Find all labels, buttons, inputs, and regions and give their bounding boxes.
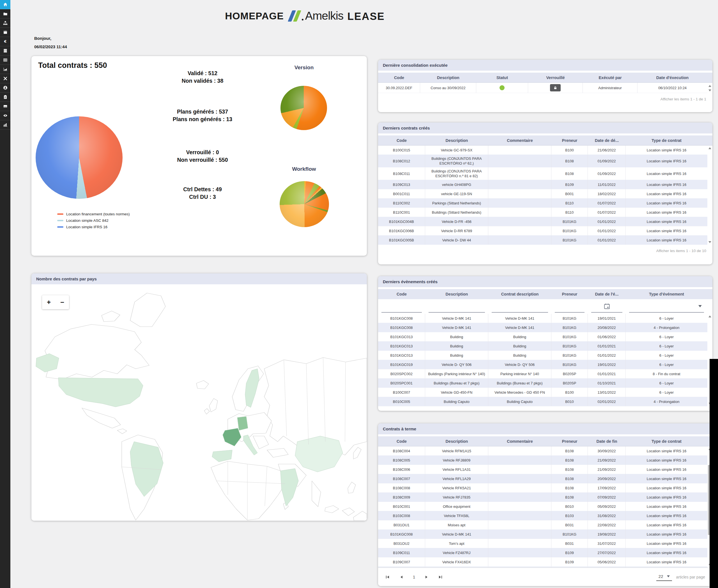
scroll-up-icon[interactable] <box>709 85 711 87</box>
sidebar-item-calendar[interactable] <box>0 28 11 37</box>
table-row[interactable]: B108C011Buildings (CONJUNTOS PARA ESCRIT… <box>378 167 707 180</box>
column-header[interactable]: Code <box>378 76 420 80</box>
world-map[interactable]: + − <box>32 285 367 521</box>
table-row[interactable]: 30.09.2022.DEFConso au 30/09/2022Adminis… <box>378 83 707 93</box>
table-row[interactable]: B101KGC013BuildingBuildingB101KG01/06/20… <box>378 332 707 341</box>
prev-page-button[interactable] <box>399 575 403 579</box>
table-row[interactable]: B101KGC013BuildingBuildingB101KG01/01/20… <box>378 341 707 351</box>
sidebar-item-users[interactable] <box>0 83 11 92</box>
table-row[interactable]: B101KGC008Vehicle D-MK 141Vehicle D-MK 1… <box>378 323 707 332</box>
sidebar-item-tasks[interactable] <box>0 92 11 102</box>
dropdown-arrow-icon[interactable] <box>698 305 702 307</box>
lock-button[interactable] <box>550 84 561 91</box>
column-header[interactable]: Date de dé... <box>588 138 626 143</box>
sidebar-item-reports[interactable] <box>0 65 11 74</box>
scroll-down-icon[interactable] <box>709 89 711 91</box>
table-row[interactable]: B020SPC002Buildings (Parking intérieur N… <box>378 369 707 379</box>
column-header[interactable]: Preneur <box>551 439 588 444</box>
column-header[interactable]: Description <box>425 138 488 143</box>
column-header[interactable]: Description <box>425 292 488 296</box>
first-page-button[interactable] <box>385 575 390 579</box>
next-page-button[interactable] <box>425 575 429 579</box>
table-row[interactable]: B020SPC001Buildings (Bureau et 7 pkgs)Bu… <box>378 379 707 388</box>
table-row[interactable]: B101KGC019Vehicle D- QY 506Vehicle D- QY… <box>378 360 707 369</box>
last-page-button[interactable] <box>438 575 443 579</box>
scroll-down-icon[interactable] <box>709 241 711 243</box>
current-page[interactable]: 1 <box>413 574 415 579</box>
column-header[interactable]: Description <box>425 439 488 444</box>
table-row[interactable]: B109C013vehicle GH408PGB10911/01/2022Loc… <box>378 180 707 189</box>
filter-code[interactable] <box>382 300 422 313</box>
column-header[interactable]: Description <box>420 76 476 80</box>
table-row[interactable]: B101KGC004BVehicle D-FR -456B101KG01/01/… <box>378 217 707 226</box>
table-row[interactable]: B100C015Vehicle GC-979-SXB10021/06/2022L… <box>378 146 707 155</box>
table-row[interactable]: B101KGC008Vehicle D-MK 141Vehicle D-MK 1… <box>378 314 707 323</box>
column-header[interactable]: Code <box>378 138 425 143</box>
table-row[interactable]: B101KGC008Vehicle D-MK 141B101KG19/08/20… <box>378 530 707 539</box>
table-row[interactable]: B108C007Vehicle RFL1A29B10820/09/2022Loc… <box>378 474 707 483</box>
sidebar-item-database[interactable] <box>0 46 11 56</box>
table-row[interactable]: B110C001Buildings (Sittard Netherlands)B… <box>378 208 707 217</box>
column-header[interactable]: Preneur <box>551 292 588 296</box>
sidebar-item-home[interactable] <box>0 0 11 9</box>
table-row[interactable]: B110C002Parkings (Sittard Netherlands)B1… <box>378 198 707 208</box>
table-row[interactable]: B101KGC013BuildingBuildingB101KG01/01/20… <box>378 351 707 360</box>
table-row[interactable]: B010C001Office equipmentB01005/09/2022Lo… <box>378 502 707 511</box>
table-row[interactable]: B010C005Building CaputoBuilding CaputoB0… <box>378 397 707 406</box>
table-row[interactable]: B031OU1Moises aptB03122/08/2022Location … <box>378 520 707 530</box>
table-row[interactable]: B101KGC005BVehicle D- DW 44B101KG01/01/2… <box>378 235 707 245</box>
sidebar-item-tables[interactable] <box>0 56 11 65</box>
page-size-select[interactable]: 22 <box>656 573 672 581</box>
column-header[interactable]: Date de l'é... <box>588 292 626 296</box>
sidebar-item-settings[interactable] <box>0 74 11 83</box>
column-header[interactable]: Commentaire <box>488 439 551 444</box>
table-row[interactable]: B108C004Vehicle RFM1A15B10830/09/2022Loc… <box>378 446 707 456</box>
sidebar-item-payments[interactable] <box>0 102 11 111</box>
filter-date[interactable] <box>591 300 622 313</box>
table-cell: B101KG <box>551 217 588 226</box>
table-row[interactable]: B103C008Vehicle TFA58LB10331/08/2022Loca… <box>378 511 707 520</box>
sidebar-item-finance[interactable]: € <box>0 37 11 46</box>
map-zoom-in-button[interactable]: + <box>47 299 51 306</box>
scroll-up-icon[interactable] <box>709 147 711 149</box>
column-header[interactable]: Contrat description <box>488 292 551 296</box>
column-header[interactable]: Verrouillé <box>528 76 583 80</box>
table-cell: Parking intérieur N° 140 <box>488 369 551 379</box>
column-header[interactable]: Code <box>378 439 425 444</box>
column-header[interactable]: Date de fin <box>588 439 626 444</box>
column-header[interactable]: Commentaire <box>488 138 551 143</box>
contracts-created-scrollbar <box>708 146 712 245</box>
table-cell: Location simple IFRS 16 <box>626 446 707 456</box>
scroll-up-icon[interactable] <box>709 315 711 317</box>
table-row[interactable]: B109C007Vehicle FX416DXB10905/06/2022Loc… <box>378 558 707 567</box>
filter-description[interactable] <box>429 300 485 313</box>
table-row[interactable]: B108C012Buildings (CONJUNTOS PARA ESCRIT… <box>378 155 707 167</box>
filter-contract-description[interactable] <box>492 300 548 313</box>
column-header[interactable]: Statut <box>476 76 528 80</box>
table-row[interactable]: B109C011Vehicle FZ487RJB10927/07/2022Loc… <box>378 548 707 558</box>
column-header[interactable]: Exécuté par <box>583 76 637 80</box>
calendar-filter-icon[interactable] <box>603 303 610 310</box>
table-row[interactable]: B108C008Vehicle RFK5A21B10817/09/2022Loc… <box>378 483 707 493</box>
map-zoom-out-button[interactable]: − <box>60 299 64 306</box>
table-row[interactable]: B108C005Vehicle RFJ8809B10821/09/2022Loc… <box>378 456 707 465</box>
filter-preneur[interactable] <box>555 300 584 313</box>
column-header[interactable]: Code <box>378 292 425 296</box>
table-row[interactable]: B001C011vehicle GE-119-SNB00118/02/2022L… <box>378 189 707 198</box>
table-row[interactable]: B108C006Vehicle RFL1A31B10821/09/2022Loc… <box>378 465 707 474</box>
column-header[interactable]: Type d'événement <box>626 292 707 296</box>
column-header[interactable]: Date d'éxecution <box>637 76 707 80</box>
sidebar-item-audit[interactable] <box>0 111 11 120</box>
sidebar-item-structure[interactable] <box>0 19 11 28</box>
column-header[interactable]: Type de contrat <box>626 439 707 444</box>
table-row[interactable]: B031OU2Tom's aptB03131/07/2022Location s… <box>378 539 707 548</box>
column-header[interactable]: Preneur <box>551 138 588 143</box>
sidebar-item-statistics[interactable] <box>0 120 11 129</box>
table-row[interactable]: B101KGC006BVehicle D-RR 6789B101KG01/01/… <box>378 226 707 235</box>
sidebar-item-contracts[interactable] <box>0 9 11 19</box>
table-row[interactable]: B100C007Vehicle GD-450-FNVehicle Mercede… <box>378 388 707 397</box>
column-header[interactable]: Type de contrat <box>626 138 707 143</box>
table-row[interactable]: B108C009Vehicle RFJ7835B10807/09/2022Loc… <box>378 493 707 502</box>
table-cell: Vehicle D-MK 141 <box>488 323 551 332</box>
filter-event-type[interactable] <box>629 300 704 313</box>
